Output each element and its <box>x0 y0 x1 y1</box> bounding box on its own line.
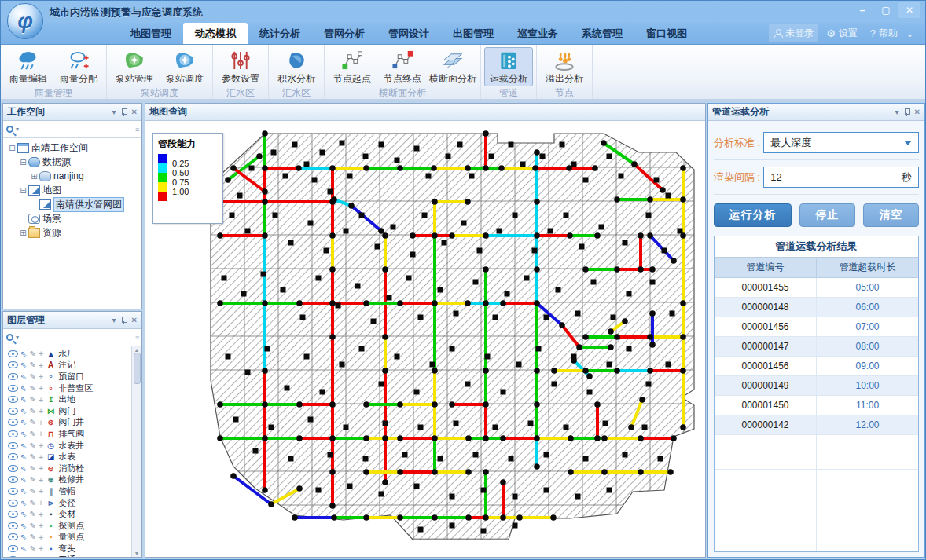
ribbon-button-泵站管理[interactable]: 泵站管理 <box>110 47 159 86</box>
map-viewport[interactable]: 管段能力 0.250.500.751.00 <box>145 121 705 557</box>
layer-row-水厂[interactable]: ⇖✎+▲水厂 <box>8 348 131 360</box>
visibility-eye-icon[interactable] <box>8 556 18 557</box>
panel-close-icon[interactable]: ✕ <box>131 108 138 116</box>
snap-crosshair-icon[interactable]: + <box>39 544 43 553</box>
select-cursor-icon[interactable]: ⇖ <box>20 350 27 358</box>
stop-button[interactable]: 停止 <box>799 203 855 227</box>
edit-pencil-icon[interactable]: ✎ <box>29 441 35 450</box>
menu-tab-管网分析[interactable]: 管网分析 <box>312 23 377 44</box>
visibility-eye-icon[interactable] <box>8 419 18 426</box>
chevron-down-icon[interactable]: ⌄ <box>906 27 914 39</box>
edit-pencil-icon[interactable]: ✎ <box>29 487 35 496</box>
minimize-button[interactable]: – <box>851 2 873 18</box>
select-cursor-icon[interactable]: ⇖ <box>20 395 27 404</box>
snap-crosshair-icon[interactable]: + <box>39 418 43 427</box>
pipe-network-map[interactable] <box>145 121 705 557</box>
edit-pencil-icon[interactable]: ✎ <box>29 384 35 393</box>
ribbon-button-节点起点[interactable]: 节点起点 <box>328 47 377 86</box>
layer-row-量测点[interactable]: ⇖✎+▪量测点 <box>8 532 131 544</box>
tree-item-地图[interactable]: ⊟地图 <box>5 183 140 197</box>
tree-item-南靖供水管网图[interactable]: 南靖供水管网图 <box>5 197 140 211</box>
select-cursor-icon[interactable]: ⇖ <box>20 533 27 541</box>
maximize-button[interactable]: ▢ <box>875 2 897 18</box>
login-status[interactable]: 未登录 <box>769 24 818 42</box>
panel-collapse-icon[interactable]: ▾ <box>112 108 116 116</box>
tree-expander-icon[interactable]: ⊞ <box>19 229 28 237</box>
snap-crosshair-icon[interactable]: + <box>39 463 43 473</box>
layer-row-消防栓[interactable]: ⇖✎+⊖消防栓 <box>8 463 131 474</box>
pin-icon[interactable] <box>904 108 909 116</box>
snap-crosshair-icon[interactable]: + <box>39 452 43 462</box>
layer-row-水表井[interactable]: ⇖✎+◷水表井 <box>8 440 131 452</box>
edit-pencil-icon[interactable]: ✎ <box>29 407 35 415</box>
menu-tab-地图管理[interactable]: 地图管理 <box>119 23 183 44</box>
visibility-eye-icon[interactable] <box>8 442 18 449</box>
snap-crosshair-icon[interactable]: + <box>39 361 43 370</box>
edit-pencil-icon[interactable]: ✎ <box>29 533 35 541</box>
help-button[interactable]: ? 帮助 <box>865 24 902 42</box>
snap-crosshair-icon[interactable]: + <box>39 498 43 507</box>
visibility-eye-icon[interactable] <box>8 488 18 495</box>
select-cursor-icon[interactable]: ⇖ <box>20 452 27 461</box>
clear-button[interactable]: 清空 <box>863 203 919 227</box>
ribbon-button-雨量编辑[interactable]: 雨量编辑 <box>4 47 53 86</box>
visibility-eye-icon[interactable] <box>8 396 18 403</box>
search-options-icon[interactable]: ≡ <box>135 126 139 134</box>
select-cursor-icon[interactable]: ⇖ <box>20 384 27 393</box>
select-cursor-icon[interactable]: ⇖ <box>20 475 27 484</box>
visibility-eye-icon[interactable] <box>8 361 18 368</box>
snap-crosshair-icon[interactable]: + <box>39 441 43 450</box>
scrollbar-thumb[interactable] <box>134 353 141 384</box>
edit-pencil-icon[interactable]: ✎ <box>29 510 35 518</box>
layer-row-探测点[interactable]: ⇖✎+▪探测点 <box>8 520 131 532</box>
scroll-down-icon[interactable]: ▼ <box>134 551 140 556</box>
edit-pencil-icon[interactable]: ✎ <box>29 361 35 369</box>
snap-crosshair-icon[interactable]: + <box>39 533 43 542</box>
layer-row-阀门[interactable]: ⇖✎+⋈阀门 <box>8 405 131 417</box>
workspace-search-input[interactable] <box>21 123 133 137</box>
visibility-eye-icon[interactable] <box>8 465 18 472</box>
select-cursor-icon[interactable]: ⇖ <box>20 361 27 369</box>
select-cursor-icon[interactable]: ⇖ <box>20 555 27 557</box>
result-row[interactable]: 00000014806:00 <box>715 298 918 317</box>
menu-tab-统计分析[interactable]: 统计分析 <box>248 23 312 44</box>
ribbon-button-节点终点[interactable]: 节点终点 <box>378 47 427 86</box>
snap-crosshair-icon[interactable]: + <box>39 555 43 557</box>
result-row[interactable]: 00000145609:00 <box>715 357 918 376</box>
layer-row-弯头[interactable]: ⇖✎+▪弯头 <box>8 543 131 555</box>
tree-expander-icon[interactable]: ⊞ <box>30 172 39 181</box>
tree-expander-icon[interactable]: ⊟ <box>8 144 17 152</box>
snap-crosshair-icon[interactable]: + <box>39 510 43 519</box>
edit-pencil-icon[interactable]: ✎ <box>29 372 35 381</box>
edit-pencil-icon[interactable]: ✎ <box>29 544 35 553</box>
snap-crosshair-icon[interactable]: + <box>39 521 43 530</box>
snap-crosshair-icon[interactable]: + <box>39 349 43 358</box>
visibility-eye-icon[interactable] <box>8 430 18 437</box>
menu-tab-管网设计[interactable]: 管网设计 <box>377 23 441 44</box>
edit-pencil-icon[interactable]: ✎ <box>29 350 35 358</box>
edit-pencil-icon[interactable]: ✎ <box>29 395 35 404</box>
select-cursor-icon[interactable]: ⇖ <box>20 372 27 381</box>
panel-collapse-icon[interactable]: ▾ <box>895 108 899 116</box>
select-cursor-icon[interactable]: ⇖ <box>20 441 27 450</box>
run-analysis-button[interactable]: 运行分析 <box>714 203 792 227</box>
layer-row-非普查区[interactable]: ⇖✎+⚬非普查区 <box>8 382 131 394</box>
result-row[interactable]: 00000145505:00 <box>715 278 918 298</box>
result-row[interactable]: 00000014708:00 <box>715 337 918 357</box>
select-cursor-icon[interactable]: ⇖ <box>20 464 27 473</box>
ribbon-button-运载分析[interactable]: 运载分析 <box>484 47 533 86</box>
visibility-eye-icon[interactable] <box>8 533 18 540</box>
select-cursor-icon[interactable]: ⇖ <box>20 407 27 415</box>
menu-tab-系统管理[interactable]: 系统管理 <box>570 23 634 44</box>
select-cursor-icon[interactable]: ⇖ <box>20 522 27 530</box>
layer-row-排气阀[interactable]: ⇖✎+⊓排气阀 <box>8 428 131 440</box>
visibility-eye-icon[interactable] <box>8 476 18 483</box>
tree-item-场景[interactable]: 场景 <box>5 211 140 225</box>
snap-crosshair-icon[interactable]: + <box>39 429 43 438</box>
result-row[interactable]: 00000014212:00 <box>715 415 918 435</box>
tree-item-nanjing[interactable]: ⊞nanjing <box>5 169 140 183</box>
visibility-eye-icon[interactable] <box>8 373 18 380</box>
tree-item-数据源[interactable]: ⊟数据源 <box>5 155 140 169</box>
select-cursor-icon[interactable]: ⇖ <box>20 499 27 507</box>
panel-collapse-icon[interactable]: ▾ <box>112 316 116 324</box>
